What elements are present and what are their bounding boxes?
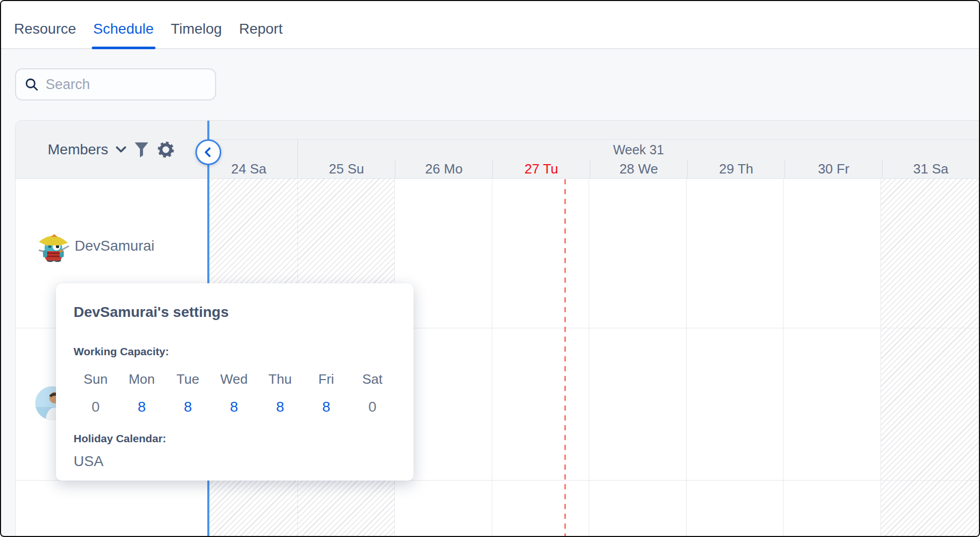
capacity-value[interactable]: 8	[257, 399, 303, 415]
capacity-day: Fri	[303, 371, 349, 387]
search-icon	[24, 77, 39, 92]
holiday-calendar-label: Holiday Calendar:	[74, 432, 166, 445]
day-header[interactable]: 31 Sa	[882, 159, 979, 179]
gridline	[783, 179, 784, 536]
capacity-value[interactable]: 8	[211, 399, 257, 415]
gear-icon[interactable]	[157, 140, 175, 159]
capacity-day: Tue	[165, 371, 211, 387]
capacity-value[interactable]: 8	[165, 399, 211, 415]
chevron-left-icon	[203, 147, 214, 158]
gridline	[880, 179, 881, 536]
week-label: Week 31	[297, 140, 979, 159]
current-time-line	[564, 179, 566, 536]
app-window: Resource Schedule Timelog Report Week 31…	[0, 0, 980, 537]
gridline	[978, 179, 978, 536]
day-header[interactable]: 25 Su	[297, 159, 395, 179]
tab-resource[interactable]: Resource	[14, 9, 76, 48]
capacity-col: Sun 0	[73, 371, 119, 415]
day-header-row: 24 Sa 25 Su 26 Mo 27 Tu 28 We 29 Th 30 F…	[200, 159, 979, 179]
previous-week-cell	[208, 140, 297, 159]
member-name[interactable]: DevSamurai	[75, 238, 154, 254]
capacity-day: Thu	[257, 371, 303, 387]
capacity-value[interactable]: 8	[303, 399, 349, 415]
day-header[interactable]: 26 Mo	[395, 159, 492, 179]
gridline	[492, 179, 492, 536]
tab-schedule[interactable]: Schedule	[93, 9, 154, 48]
week-header-row: Week 31	[208, 140, 979, 159]
gridline	[589, 179, 589, 536]
day-header[interactable]: 30 Fr	[785, 159, 882, 179]
capacity-col: Fri 8	[303, 371, 349, 415]
capacity-col: Thu 8	[257, 371, 303, 415]
members-header: Members	[48, 121, 175, 179]
capacity-col: Wed 8	[211, 371, 257, 415]
chevron-down-icon[interactable]	[116, 146, 126, 153]
search-input[interactable]	[46, 77, 229, 93]
capacity-value[interactable]: 0	[73, 399, 119, 415]
capacity-col: Mon 8	[119, 371, 165, 415]
filter-icon[interactable]	[134, 141, 149, 158]
tab-timelog[interactable]: Timelog	[171, 9, 222, 48]
members-label[interactable]: Members	[48, 141, 108, 158]
day-header[interactable]: 29 Th	[687, 159, 785, 179]
capacity-value[interactable]: 0	[349, 399, 395, 415]
day-header[interactable]: 28 We	[590, 159, 687, 179]
weekend-hatch-sat2	[880, 179, 979, 536]
member-settings-tooltip: DevSamurai's settings Working Capacity: …	[56, 283, 414, 481]
capacity-value[interactable]: 8	[119, 399, 165, 415]
grid-header: Week 31 24 Sa 25 Su 26 Mo 27 Tu 28 We 29…	[16, 121, 979, 179]
capacity-day: Sat	[349, 371, 395, 387]
tab-bar: Resource Schedule Timelog Report	[1, 1, 979, 49]
holiday-calendar-value: USA	[74, 453, 104, 470]
member-row[interactable]: DevSamurai	[37, 229, 154, 263]
capacity-col: Sat 0	[349, 371, 395, 415]
capacity-table: Sun 0 Mon 8 Tue 8 Wed 8 Thu 8 Fri 8	[73, 371, 395, 415]
search-box[interactable]	[15, 68, 216, 100]
capacity-day: Mon	[119, 371, 165, 387]
collapse-panel-button[interactable]	[195, 139, 221, 165]
day-header-today[interactable]: 27 Tu	[492, 159, 590, 179]
gridline	[686, 179, 687, 536]
capacity-day: Sun	[73, 371, 119, 387]
capacity-col: Tue 8	[165, 371, 211, 415]
tooltip-title: DevSamurai's settings	[74, 304, 229, 321]
working-capacity-label: Working Capacity:	[74, 345, 169, 358]
avatar-devsamurai	[37, 229, 70, 263]
capacity-day: Wed	[211, 371, 257, 387]
tab-report[interactable]: Report	[239, 9, 282, 48]
